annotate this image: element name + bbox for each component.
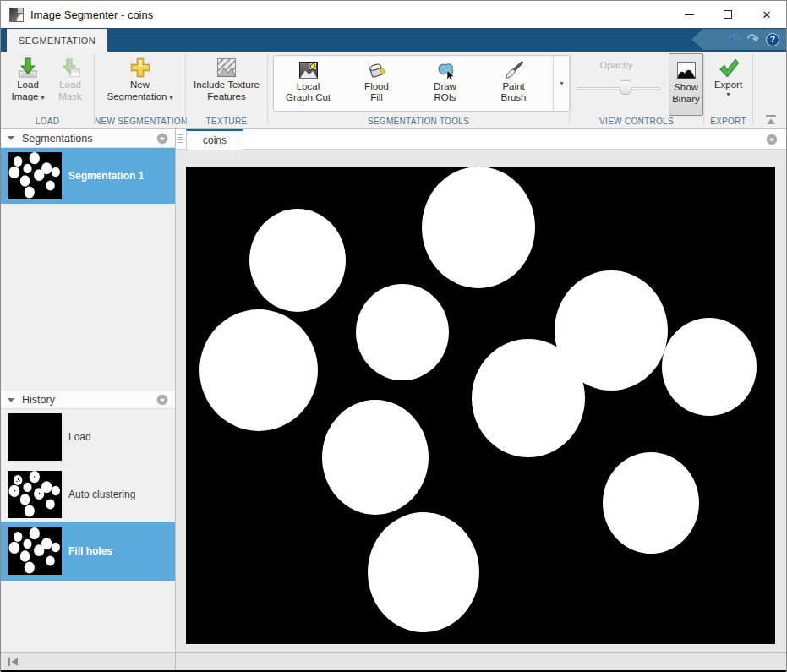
opacity-label: Opacity	[570, 60, 663, 70]
load-image-button[interactable]: Load Image▾	[8, 53, 48, 102]
load-mask-label-2: Mask	[58, 90, 81, 102]
section-view-controls-label: VIEW CONTROLS	[570, 117, 703, 126]
undo-icon[interactable]: ↶	[729, 32, 741, 46]
panel-grip-icon[interactable]	[178, 133, 184, 146]
close-button[interactable]: ✕	[747, 1, 786, 28]
draw-rois-label-2: ROIs	[434, 92, 456, 103]
paint-brush-icon	[503, 59, 525, 81]
section-new-segmentation-label: NEW SEGMENTATION	[95, 117, 185, 126]
segmentations-panel-header[interactable]: Segmentations	[1, 129, 175, 148]
export-label: Export	[714, 79, 742, 90]
segmentation-item-label: Segmentation 1	[68, 170, 144, 182]
draw-rois-button[interactable]: Draw ROIs	[411, 56, 479, 111]
document-menu-icon[interactable]	[766, 134, 778, 145]
history-item-fill-holes[interactable]: Fill holes	[1, 522, 175, 581]
export-button[interactable]: Export ▾	[708, 53, 749, 99]
collapse-triangle-icon[interactable]	[8, 398, 14, 402]
opacity-slider[interactable]	[576, 77, 660, 96]
redo-icon[interactable]: ↷	[747, 32, 759, 46]
load-mask-button[interactable]: Load Mask	[50, 53, 90, 102]
section-new-segmentation: New Segmentation▾ NEW SEGMENTATION	[95, 52, 185, 129]
section-texture: Include Texture Features TEXTURE	[186, 52, 267, 129]
window-title: Image Segmenter - coins	[30, 8, 153, 21]
flood-fill-button[interactable]: Flood Fill	[342, 56, 411, 111]
history-auto-clustering-label: Auto clustering	[68, 489, 135, 500]
section-view-controls: Opacity Show Binary VIEW CONTROLS	[570, 52, 703, 129]
ribbon-tab-strip: SEGMENTATION ↶ ↷ ?	[1, 28, 786, 52]
panel-menu-icon[interactable]	[156, 394, 168, 406]
dropdown-caret-icon: ▾	[41, 94, 44, 101]
section-divider	[752, 54, 753, 125]
paint-brush-label-2: Brush	[500, 92, 526, 103]
dropdown-caret-icon: ▾	[169, 94, 172, 101]
show-binary-button[interactable]: Show Binary	[669, 53, 703, 116]
export-check-icon	[718, 57, 740, 79]
segmentation-list-item[interactable]: Segmentation 1	[1, 148, 175, 204]
segmentation-thumbnail	[8, 152, 62, 199]
panel-menu-icon[interactable]	[156, 133, 168, 145]
gallery-dropdown-button[interactable]: ▾	[553, 56, 570, 111]
app-window: Image Segmenter - coins ✕ SEGMENTATION ↶…	[0, 0, 787, 672]
history-fill-holes-thumbnail	[8, 527, 62, 575]
minimize-button[interactable]	[669, 1, 708, 28]
segmentations-panel-title: Segmentations	[22, 133, 156, 145]
main-area: Segmentations Segmentation 1 History Loa…	[1, 129, 786, 652]
history-auto-clustering-thumbnail	[8, 471, 62, 518]
section-tools-label: SEGMENTATION TOOLS	[268, 117, 569, 126]
help-icon[interactable]: ?	[766, 33, 779, 46]
section-segmentation-tools: Local Graph Cut Flood Fill	[268, 52, 569, 129]
collapse-ribbon-button[interactable]	[764, 114, 778, 125]
collapse-panel-icon[interactable]	[8, 657, 19, 667]
texture-label-1: Include Texture	[194, 79, 260, 90]
new-segmentation-label-1: New	[130, 79, 150, 90]
flood-fill-label-2: Fill	[370, 92, 383, 103]
tools-gallery: Local Graph Cut Flood Fill	[273, 55, 571, 112]
section-export: Export ▾ EXPORT	[704, 52, 752, 129]
include-texture-features-button[interactable]: Include Texture Features	[188, 53, 265, 102]
binary-image-canvas[interactable]	[186, 167, 775, 644]
history-panel-header[interactable]: History	[1, 391, 175, 409]
new-segmentation-button[interactable]: New Segmentation▾	[98, 53, 182, 102]
show-binary-label-2: Binary	[672, 93, 700, 105]
tab-coins[interactable]: coins	[186, 129, 243, 150]
local-graph-cut-label-2: Graph Cut	[286, 92, 331, 103]
paint-brush-button[interactable]: Paint Brush	[479, 56, 548, 111]
history-panel-title: History	[22, 394, 156, 406]
local-graph-cut-icon	[298, 59, 320, 81]
history-item-load[interactable]: Load	[1, 411, 175, 463]
left-panel: Segmentations Segmentation 1 History Loa…	[1, 129, 176, 652]
new-segmentation-icon	[129, 57, 151, 79]
collapse-triangle-icon[interactable]	[8, 136, 14, 140]
maximize-icon	[724, 10, 732, 19]
load-image-label-2: Image▾	[12, 90, 45, 102]
load-mask-label-1: Load	[59, 79, 81, 90]
window-controls: ✕	[669, 1, 786, 28]
history-item-auto-clustering[interactable]: Auto clustering	[1, 468, 175, 521]
show-binary-label-1: Show	[674, 81, 698, 93]
draw-rois-label-1: Draw	[434, 81, 456, 92]
gallery-dropdown-caret-icon: ▾	[560, 79, 563, 88]
minimize-icon	[685, 14, 694, 15]
maximize-button[interactable]	[708, 1, 747, 28]
new-segmentation-label-2: Segmentation▾	[107, 90, 173, 102]
load-image-icon	[17, 57, 39, 79]
quick-access-toolbar: ↶ ↷ ?	[691, 29, 786, 50]
texture-icon	[216, 57, 238, 79]
history-load-label: Load	[68, 431, 91, 443]
flood-fill-label-1: Flood	[364, 81, 389, 92]
draw-rois-icon	[434, 59, 456, 81]
local-graph-cut-label-1: Local	[297, 81, 320, 92]
load-image-label-1: Load	[17, 79, 39, 90]
local-graph-cut-button[interactable]: Local Graph Cut	[274, 56, 342, 111]
section-load: Load Image▾ Load Mask LOAD	[1, 52, 94, 129]
app-icon	[9, 8, 24, 22]
paint-brush-label-1: Paint	[502, 81, 524, 92]
section-texture-label: TEXTURE	[186, 117, 267, 126]
ribbon: Load Image▾ Load Mask LOAD	[1, 52, 786, 129]
opacity-slider-thumb[interactable]	[620, 80, 631, 95]
tab-segmentation[interactable]: SEGMENTATION	[7, 29, 107, 52]
status-bar	[1, 652, 786, 670]
title-bar: Image Segmenter - coins ✕	[1, 1, 786, 28]
history-load-thumbnail	[8, 413, 62, 461]
history-fill-holes-label: Fill holes	[68, 545, 112, 557]
